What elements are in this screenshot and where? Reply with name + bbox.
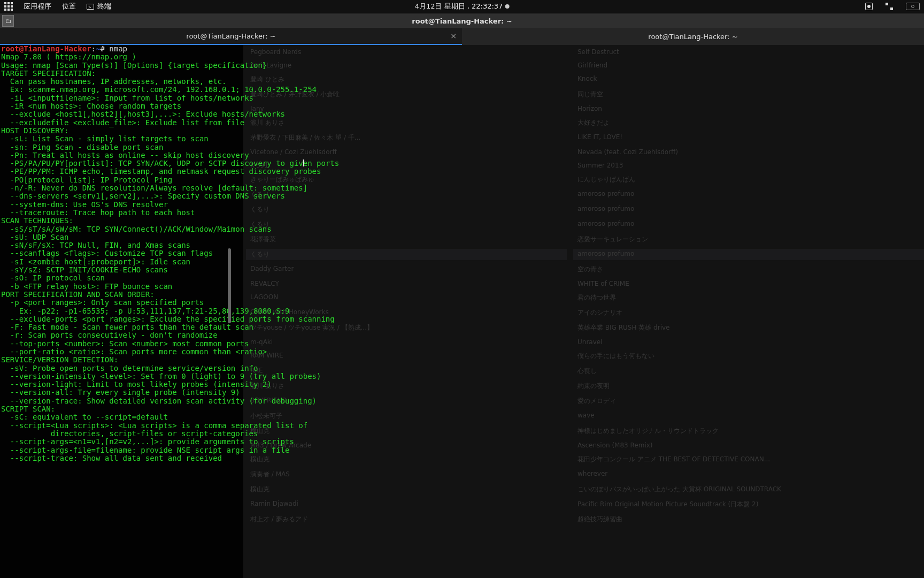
terminal-tab-0[interactable]: root@TianLang-Hacker: ~ × bbox=[0, 28, 462, 45]
clock[interactable]: 4月12日 星期日 , 22:32:37 bbox=[415, 2, 503, 11]
activities-icon[interactable] bbox=[4, 2, 13, 11]
terminal-tab-1[interactable]: root@TianLang-Hacker: ~ bbox=[462, 28, 924, 45]
terminal-window: root@TianLang-Hacker: ~ root@TianLang-Ha… bbox=[0, 14, 924, 578]
network-icon[interactable] bbox=[886, 3, 893, 10]
close-icon[interactable]: × bbox=[450, 32, 457, 40]
terminal-output[interactable]: root@TianLang-Hacker:~# nmap Nmap 7.80 (… bbox=[1, 45, 924, 578]
window-title: root@TianLang-Hacker: ~ bbox=[412, 17, 512, 25]
power-menu-icon[interactable] bbox=[906, 3, 920, 10]
window-titlebar[interactable]: root@TianLang-Hacker: ~ bbox=[0, 14, 924, 28]
terminal-menu-icon[interactable]: >_ 终端 bbox=[87, 2, 111, 11]
applications-menu[interactable]: 应用程序 bbox=[24, 2, 51, 11]
dock: 🗀 bbox=[2, 15, 14, 27]
terminal-body[interactable]: root@TianLang-Hacker:~# nmap Nmap 7.80 (… bbox=[0, 45, 924, 578]
system-topbar: 应用程序 位置 >_ 终端 4月12日 星期日 , 22:32:37 bbox=[0, 0, 924, 13]
files-icon[interactable]: 🗀 bbox=[2, 15, 14, 27]
notification-dot-icon bbox=[505, 4, 509, 9]
terminal-tabs: root@TianLang-Hacker: ~ × root@TianLang-… bbox=[0, 28, 924, 45]
scrollbar-thumb[interactable] bbox=[228, 248, 231, 323]
screenshot-icon[interactable] bbox=[865, 3, 873, 10]
places-menu[interactable]: 位置 bbox=[62, 2, 76, 11]
